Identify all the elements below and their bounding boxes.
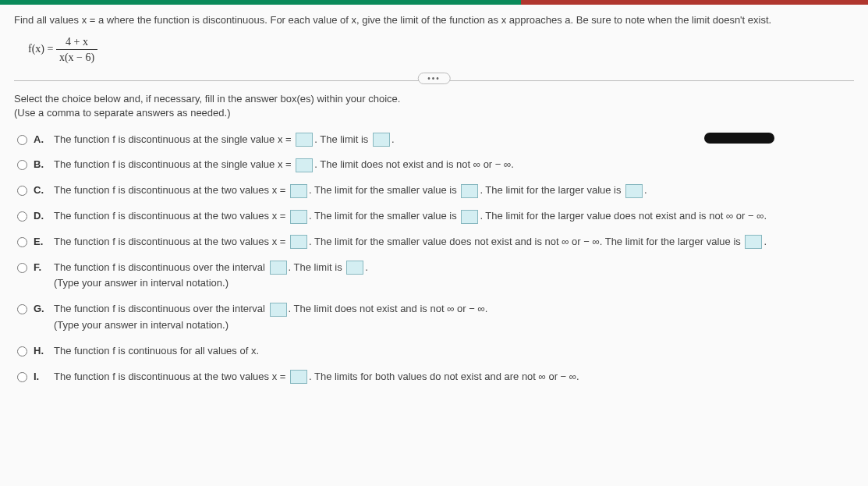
letter-H: H.	[34, 343, 48, 360]
choice-B[interactable]: B. The function f is discontinuous at th…	[17, 152, 854, 178]
choice-I[interactable]: I. The function f is discontinuous at th…	[17, 364, 854, 390]
letter-C: C.	[34, 183, 48, 199]
formula-numerator: 4 + x	[56, 36, 97, 50]
choice-D[interactable]: D. The function f is discontinuous at th…	[17, 204, 854, 229]
radio-H[interactable]	[17, 346, 27, 357]
input-C-2[interactable]	[461, 184, 478, 198]
input-F-2[interactable]	[346, 261, 363, 275]
input-G-1[interactable]	[270, 303, 287, 317]
letter-A: A.	[34, 132, 48, 148]
radio-F[interactable]	[17, 263, 27, 273]
input-A-1[interactable]	[296, 133, 313, 147]
input-B-1[interactable]	[296, 158, 313, 172]
input-F-1[interactable]	[270, 261, 287, 275]
choice-G-note: (Type your answer in interval notation.)	[54, 317, 854, 334]
letter-D: D.	[34, 208, 48, 225]
input-C-3[interactable]	[625, 184, 643, 198]
formula-lhs: f(x) =	[28, 43, 53, 55]
radio-E[interactable]	[17, 237, 27, 247]
input-E-1[interactable]	[290, 235, 307, 249]
instructions: Select the choice below and, if necessar…	[14, 92, 854, 120]
radio-C[interactable]	[17, 186, 27, 196]
letter-B: B.	[34, 157, 48, 173]
formula-denominator: x(x − 6)	[56, 50, 97, 63]
letter-G: G.	[34, 301, 48, 317]
instruction-line-1: Select the choice below and, if necessar…	[14, 93, 400, 105]
expand-pill[interactable]: •••	[417, 73, 451, 84]
choice-E[interactable]: E. The function f is discontinuous at th…	[17, 229, 854, 255]
radio-G[interactable]	[17, 304, 27, 314]
radio-I[interactable]	[17, 372, 27, 382]
input-A-2[interactable]	[373, 133, 390, 147]
letter-F: F.	[34, 260, 48, 276]
input-D-1[interactable]	[290, 210, 307, 224]
input-E-2[interactable]	[745, 235, 762, 249]
redaction-mark	[704, 133, 774, 144]
question-prompt: Find all values x = a where the function…	[14, 12, 854, 28]
choice-H[interactable]: H. The function f is continuous for all …	[17, 339, 854, 364]
choice-C[interactable]: C. The function f is discontinuous at th…	[17, 178, 854, 204]
radio-A[interactable]	[17, 135, 27, 145]
choices-list: A. The function f is discontinuous at th…	[14, 127, 854, 390]
input-C-1[interactable]	[290, 184, 307, 198]
input-I-1[interactable]	[290, 370, 307, 384]
choice-F[interactable]: F. The function f is discontinuous over …	[17, 255, 854, 297]
choice-G[interactable]: G. The function f is discontinuous over …	[17, 296, 854, 339]
function-formula: f(x) = 4 + x x(x − 6)	[14, 28, 854, 76]
radio-B[interactable]	[17, 160, 27, 170]
letter-E: E.	[34, 234, 48, 250]
radio-D[interactable]	[17, 211, 27, 222]
input-D-2[interactable]	[461, 210, 478, 224]
letter-I: I.	[34, 369, 48, 385]
choice-F-note: (Type your answer in interval notation.)	[54, 275, 854, 292]
instruction-line-2: (Use a comma to separate answers as need…	[14, 107, 230, 119]
